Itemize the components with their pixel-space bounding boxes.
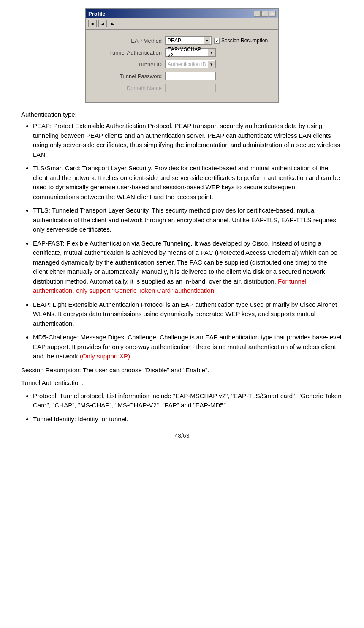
titlebar-controls: _ □ ✕ [254,11,276,17]
tunnel-auth-label: Tunnel Authentication [94,49,162,56]
domain-name-input[interactable] [165,84,216,92]
md5-highlight: (Only support XP) [80,352,130,360]
tunnel-password-label: Tunnel Password [94,73,162,79]
tunnel-id-control: Authentication ID ▼ [165,60,216,68]
eap-method-select[interactable]: PEAP ▼ [165,36,212,45]
session-resumption-label: Session Resumption [221,38,268,44]
list-item-leap: LEAP: Light Extensible Authentication Pr… [33,300,343,329]
eap-method-control: PEAP ▼ ✓ Session Resumption [165,36,268,45]
list-item-tls: TLS/Smart Card: Transport Layer Security… [33,164,343,202]
session-resumption-check[interactable]: ✓ [214,38,220,44]
tls-text: TLS/Smart Card: Transport Layer Security… [33,164,340,200]
tunnel-auth-row: Tunnel Authentication EAP-MSCHAP v2 ▼ [94,48,270,57]
peap-text: PEAP: Protect Extensible Authentication … [33,122,340,158]
maximize-button[interactable]: □ [261,11,268,17]
tunnel-id-row: Tunnel ID Authentication ID ▼ [94,60,270,68]
dialog-titlebar: Profile _ □ ✕ [86,9,278,18]
session-resumption-checkbox[interactable]: ✓ Session Resumption [214,38,268,44]
leap-text: LEAP: Light Extensible Authentication Pr… [33,301,337,327]
md5-text-before: MD5-Challenge: Message Digest Challenge.… [33,333,341,360]
auth-type-list: PEAP: Protect Extensible Authentication … [33,121,343,361]
tunnel-id-arrow[interactable]: ▼ [208,61,215,68]
screenshot-area: Profile _ □ ✕ ■ ◄ ► EAP Method PEAP ▼ [17,8,347,103]
tunnel-password-input[interactable] [165,72,216,80]
profile-dialog: Profile _ □ ✕ ■ ◄ ► EAP Method PEAP ▼ [85,8,279,103]
session-resumption-text: Session Resumption: The user can choose … [21,366,343,375]
domain-name-row: Domain Name [94,84,270,92]
list-item-tunnel-identity: Tunnel Identity: Identity for tunnel. [33,415,343,424]
toolbar-btn-stop[interactable]: ■ [88,20,97,27]
dialog-title: Profile [88,11,105,17]
tunnel-id-label: Tunnel ID [94,61,162,68]
toolbar-btn-forward[interactable]: ► [109,20,117,27]
eap-method-value: PEAP [166,38,204,44]
tunnel-password-control [165,72,216,80]
tunnel-identity-text: Tunnel Identity: Identity for tunnel. [33,415,128,423]
ttls-text: TTLS: Tunneled Transport Layer Security.… [33,207,336,233]
eap-method-label: EAP Method [94,38,162,44]
domain-name-control [165,84,216,92]
list-item-ttls: TTLS: Tunneled Transport Layer Security.… [33,206,343,235]
list-item-md5: MD5-Challenge: Message Digest Challenge.… [33,333,343,361]
dialog-body: EAP Method PEAP ▼ ✓ Session Resumption T… [86,30,278,102]
list-item-peap: PEAP: Protect Extensible Authentication … [33,121,343,159]
tunnel-auth-heading: Tunnel Authentication: [21,378,343,388]
tunnel-id-select[interactable]: Authentication ID ▼ [165,60,216,68]
protocol-text: Protocol: Tunnel protocol, List informat… [33,392,342,409]
tunnel-auth-control: EAP-MSCHAP v2 ▼ [165,48,216,57]
footer: 48/63 [17,432,347,439]
tunnel-password-row: Tunnel Password [94,72,270,80]
auth-type-heading: Authentication type: [21,111,343,118]
main-content: Authentication type: PEAP: Protect Exten… [17,111,347,424]
minimize-button[interactable]: _ [254,11,261,17]
close-button[interactable]: ✕ [269,11,276,17]
page-indicator: 48/63 [174,432,189,439]
list-item-eap-fast: EAP-FAST: Flexible Authentication via Se… [33,239,343,296]
tunnel-id-value: Authentication ID [166,61,208,67]
tunnel-auth-value: EAP-MSCHAP v2 [166,46,208,58]
dialog-toolbar: ■ ◄ ► [86,18,278,30]
eap-method-arrow[interactable]: ▼ [204,37,210,44]
tunnel-auth-arrow[interactable]: ▼ [208,49,215,56]
domain-name-label: Domain Name [94,85,162,91]
list-item-protocol: Protocol: Tunnel protocol, List informat… [33,391,343,410]
toolbar-btn-back[interactable]: ◄ [98,20,107,27]
tunnel-auth-list: Protocol: Tunnel protocol, List informat… [33,391,343,424]
tunnel-auth-select[interactable]: EAP-MSCHAP v2 ▼ [165,48,216,57]
eap-method-row: EAP Method PEAP ▼ ✓ Session Resumption [94,36,270,45]
